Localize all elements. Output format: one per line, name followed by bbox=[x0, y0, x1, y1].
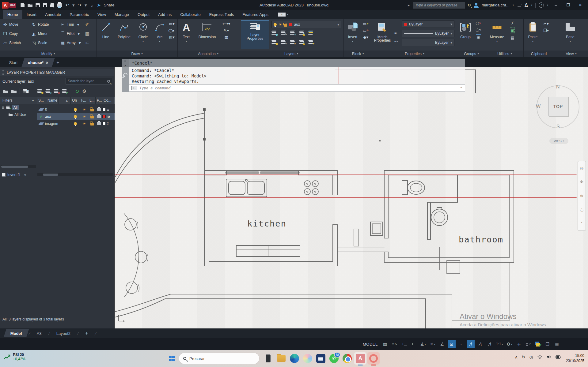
help-search-input[interactable]: Type a keyword or phrase bbox=[413, 2, 465, 9]
layer-plot-toggle[interactable] bbox=[97, 115, 101, 118]
close-button[interactable]: ✕ bbox=[576, 2, 585, 9]
command-customize-icon[interactable] bbox=[122, 72, 128, 78]
object-snap-caret[interactable]: ▾ bbox=[457, 340, 465, 348]
ribbon-collapse-control[interactable]: ▲▾ bbox=[278, 10, 288, 19]
taskbar-autocad-icon[interactable]: A bbox=[356, 354, 365, 363]
settings-gear-icon[interactable]: ⚙ bbox=[82, 88, 86, 94]
erase-icon[interactable]: ✐ bbox=[85, 22, 89, 27]
layer-freeze-toggle[interactable]: ☀ bbox=[82, 107, 86, 112]
tab-layout2[interactable]: Layout2 bbox=[50, 329, 78, 337]
taskbar-search[interactable]: Procurar bbox=[179, 353, 260, 364]
layer-color-swatch[interactable] bbox=[102, 122, 106, 125]
model-space-button[interactable]: MODEL bbox=[361, 340, 380, 348]
layer-color-swatch[interactable] bbox=[102, 115, 106, 118]
layer-color-swatch[interactable] bbox=[102, 108, 106, 111]
viewcube-west[interactable]: W bbox=[536, 104, 541, 109]
ribbon-tab-addins[interactable]: Add-ins bbox=[154, 10, 176, 19]
layer-on-toggle[interactable] bbox=[74, 115, 77, 118]
open-file-icon[interactable] bbox=[28, 3, 32, 7]
dim-linear-tool[interactable]: ⟷▾ bbox=[222, 21, 230, 26]
new-group-filter-icon[interactable] bbox=[11, 89, 17, 93]
customization-gear[interactable]: ⚙▾ bbox=[505, 340, 513, 348]
layer-unlock-tool[interactable]: 🔓 bbox=[299, 40, 304, 44]
layer-off-tool[interactable]: ● bbox=[271, 31, 277, 35]
customization-menu[interactable]: ≡ bbox=[553, 340, 561, 348]
share-button[interactable]: Share bbox=[104, 3, 115, 7]
column-freeze[interactable]: F... bbox=[80, 97, 88, 104]
explode-icon[interactable]: ▧ bbox=[85, 31, 89, 36]
quick-calculator-icon[interactable]: ▦ bbox=[510, 36, 514, 40]
quick-select-icon[interactable]: ⚡ bbox=[511, 21, 514, 25]
layer-thaw-all-tool[interactable]: ☀ bbox=[290, 40, 295, 44]
search-expand-icon[interactable]: ▸ bbox=[408, 3, 410, 7]
filters-header[interactable]: Filters« bbox=[0, 97, 37, 104]
layer-dropdown[interactable]: ☀ aux ▾ bbox=[271, 21, 341, 28]
nav-more-icon[interactable]: ˅ bbox=[581, 221, 583, 226]
autodesk-caret-icon[interactable]: ▾ bbox=[531, 4, 532, 6]
tree-node-all[interactable]: ⊟ ✔ All bbox=[0, 104, 37, 111]
paste-button[interactable]: Paste▾ bbox=[524, 19, 541, 43]
set-current-layer-icon[interactable]: ✔ bbox=[62, 89, 67, 94]
save-icon[interactable] bbox=[36, 3, 40, 7]
autodesk-logo-icon[interactable]: Δ bbox=[525, 2, 528, 8]
taskbar-copilot-icon[interactable] bbox=[303, 354, 312, 363]
layer-freeze-toggle[interactable]: ☀ bbox=[82, 122, 86, 126]
clean-screen-toggle[interactable]: ❒ bbox=[543, 340, 551, 348]
panel-label-draw[interactable]: Draw▾ bbox=[97, 51, 177, 57]
layer-lock-toggle[interactable] bbox=[90, 109, 94, 111]
measure-button[interactable]: Measure▾ bbox=[487, 19, 507, 43]
app-store-cart-icon[interactable] bbox=[517, 4, 522, 7]
isometric-drafting-toggle[interactable]: ✕▾ bbox=[429, 340, 437, 348]
viewcube[interactable]: N W S TOP bbox=[537, 85, 579, 128]
autoscale-toggle[interactable]: Λ bbox=[476, 340, 484, 348]
stocks-widget[interactable]: PSI 20+0,42% bbox=[4, 353, 25, 361]
user-avatar[interactable] bbox=[474, 3, 479, 8]
layer-properties-button[interactable]: Layer Properties bbox=[241, 20, 269, 49]
group-edit-icon[interactable]: ◌✎ bbox=[476, 28, 481, 32]
command-close-icon[interactable]: ✕ bbox=[124, 63, 126, 68]
layer-lock-toggle[interactable] bbox=[90, 116, 94, 118]
panel-label-layers[interactable]: Layers▾ bbox=[239, 51, 343, 57]
file-tab-uhouse[interactable]: uhouse*× bbox=[22, 58, 55, 67]
viewcube-top-face[interactable]: TOP bbox=[548, 97, 568, 116]
layer-freeze-tool[interactable]: ❄ bbox=[290, 31, 295, 35]
redo-icon[interactable]: ↷ bbox=[78, 2, 82, 8]
share-plane-icon[interactable]: ➤ bbox=[97, 2, 101, 8]
save-as-icon[interactable] bbox=[43, 3, 47, 7]
filters-scrollbar[interactable] bbox=[1, 165, 36, 168]
new-file-icon[interactable] bbox=[21, 3, 25, 7]
drawing-canvas[interactable]: kitchen bathroom N W S TOP WCS▾ ◎ ✜ ⊕ ◌ … bbox=[115, 67, 588, 328]
group-button[interactable]: Group bbox=[457, 19, 474, 39]
start-button[interactable] bbox=[169, 356, 175, 361]
column-lock[interactable]: L... bbox=[88, 97, 96, 104]
grid-display-toggle[interactable]: ▦ bbox=[381, 340, 389, 348]
annotation-scale-icon[interactable]: Λ bbox=[486, 340, 494, 348]
trim-button[interactable]: ✂Trim▾ bbox=[60, 22, 85, 27]
taskbar-store-icon[interactable] bbox=[316, 354, 325, 363]
tree-node-all-used[interactable]: All Use bbox=[0, 111, 37, 118]
scale-button[interactable]: ◹Scale bbox=[31, 40, 59, 45]
nav-wheel-icon[interactable]: ◎ bbox=[580, 166, 583, 170]
linetype-dropdown[interactable]: ByLayer ▾ bbox=[402, 39, 454, 46]
hardware-acceleration-toggle[interactable]: ✔ bbox=[534, 340, 542, 348]
ortho-mode-toggle[interactable]: ∟ bbox=[410, 340, 418, 348]
isolate-objects-toggle[interactable]: ▫○ bbox=[524, 340, 532, 348]
snap-mode-toggle[interactable]: ∷∷▾ bbox=[391, 340, 399, 348]
volume-icon[interactable] bbox=[547, 355, 552, 359]
navigation-bar[interactable]: ◎ ✜ ⊕ ◌ ˅ bbox=[578, 161, 586, 231]
user-caret-icon[interactable]: ▾ bbox=[513, 4, 514, 6]
layer-plot-toggle[interactable] bbox=[97, 122, 101, 125]
edit-block-icon[interactable]: ▭✎ bbox=[363, 28, 369, 33]
palette-titlebar[interactable]: LAYER PROPERTIES MANAGER bbox=[0, 69, 114, 76]
checkbox[interactable] bbox=[2, 173, 6, 177]
circle-button[interactable]: Circle▾ bbox=[135, 19, 152, 43]
ribbon-tab-view[interactable]: View bbox=[93, 10, 110, 19]
column-color[interactable]: Co... bbox=[102, 97, 112, 104]
tab-a3[interactable]: A3 bbox=[30, 329, 48, 337]
hidden-icons-chevron[interactable]: ∧ bbox=[515, 354, 518, 359]
autocad-app-icon[interactable]: ACAD bbox=[2, 2, 16, 9]
match-properties-button[interactable]: Match Properties bbox=[372, 19, 393, 43]
ribbon-tab-featured-apps[interactable]: Featured Apps bbox=[238, 10, 273, 19]
layer-plot-toggle[interactable] bbox=[97, 108, 101, 111]
clock-date[interactable]: 15:00 23/10/2025 bbox=[566, 353, 584, 364]
